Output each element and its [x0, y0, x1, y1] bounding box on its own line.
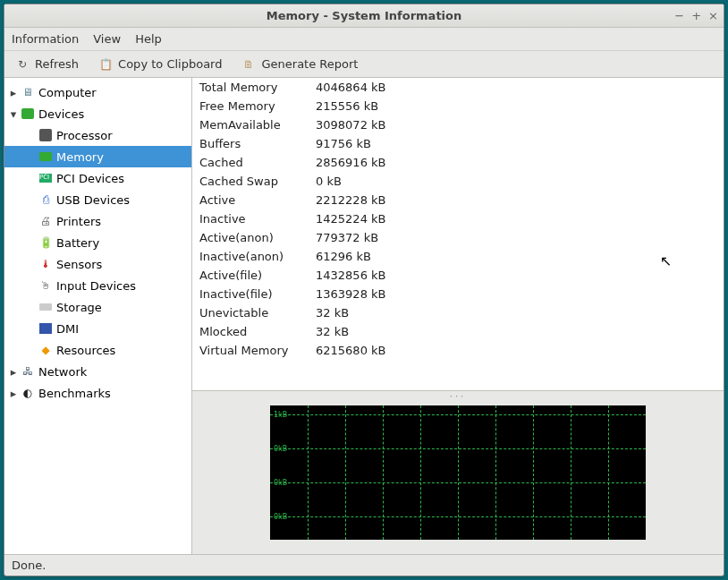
sidebar-item-printers[interactable]: 🖨 Printers [4, 210, 191, 232]
sidebar-item-processor[interactable]: Processor [4, 124, 191, 146]
sidebar-item-label: Devices [38, 107, 84, 121]
clipboard-icon: 📋 [98, 57, 113, 72]
memory-row-value[interactable]: 32 kB [309, 303, 724, 322]
copy-clipboard-button[interactable]: 📋 Copy to Clipboard [95, 55, 225, 73]
sidebar-item-usb[interactable]: ⎙ USB Devices [4, 189, 191, 210]
input-icon: 🖱 [38, 278, 53, 293]
statusbar: Done. [4, 554, 724, 576]
memory-row-value[interactable]: 91756 kB [309, 134, 724, 153]
sidebar-item-dmi[interactable]: DMI [4, 318, 191, 339]
sidebar-item-devices[interactable]: ▾ Devices [4, 103, 191, 124]
memory-row-value[interactable]: 2212228 kB [309, 191, 724, 209]
pci-icon: PCI [38, 171, 53, 185]
sidebar-item-label: Input Devices [56, 279, 136, 293]
memory-row-label[interactable]: Virtual Memory [192, 341, 309, 360]
splitter-handle[interactable]: ··· [450, 391, 467, 401]
sidebar-item-label: Storage [56, 301, 102, 314]
sidebar-item-label: Memory [56, 150, 104, 164]
sidebar-item-resources[interactable]: ◆ Resources [4, 339, 191, 361]
refresh-label: Refresh [35, 57, 79, 71]
content-split: ▸ 🖥 Computer ▾ Devices Processor Memory … [4, 78, 724, 554]
memory-row-label[interactable]: Cached Swap [192, 172, 309, 191]
close-button[interactable]: × [708, 9, 718, 22]
memory-row-value[interactable]: 2856916 kB [309, 153, 724, 172]
sidebar-item-benchmarks[interactable]: ▸ ◐ Benchmarks [4, 382, 191, 404]
sidebar[interactable]: ▸ 🖥 Computer ▾ Devices Processor Memory … [4, 78, 192, 554]
benchmarks-icon: ◐ [21, 386, 35, 400]
memory-row-value[interactable]: 1425224 kB [309, 209, 724, 228]
refresh-button[interactable]: ↻ Refresh [12, 55, 82, 73]
sidebar-item-input[interactable]: 🖱 Input Devices [4, 275, 191, 296]
chevron-right-icon[interactable]: ▸ [8, 86, 19, 99]
main-panel: Total Memory4046864 kBFree Memory215556 … [192, 78, 724, 554]
minimize-button[interactable]: − [674, 9, 684, 22]
sidebar-item-memory[interactable]: Memory [4, 146, 191, 167]
resources-icon: ◆ [38, 343, 53, 357]
memory-row-label[interactable]: MemAvailable [192, 115, 309, 134]
sidebar-item-label: USB Devices [56, 193, 130, 207]
generate-report-label: Generate Report [261, 57, 358, 71]
memory-row-value[interactable]: 779372 kB [309, 228, 724, 247]
memory-row-value[interactable]: 4046864 kB [309, 78, 724, 97]
memory-row-value[interactable]: 61296 kB [309, 247, 724, 266]
memory-row-label[interactable]: Inactive(file) [192, 285, 309, 303]
sidebar-item-network[interactable]: ▸ 🖧 Network [4, 361, 191, 382]
chart-panel: ··· 1kB0kB0kB0kB [192, 391, 724, 554]
sidebar-item-computer[interactable]: ▸ 🖥 Computer [4, 81, 191, 103]
memory-row-value[interactable]: 215556 kB [309, 97, 724, 115]
memory-row-value[interactable]: 1363928 kB [309, 285, 724, 303]
chart-ytick-label: 1kB [274, 411, 287, 419]
status-text: Done. [12, 559, 46, 572]
memory-table: Total Memory4046864 kBFree Memory215556 … [192, 78, 724, 360]
memory-row-value[interactable]: 32 kB [309, 322, 724, 341]
refresh-icon: ↻ [15, 57, 30, 72]
sidebar-item-battery[interactable]: 🔋 Battery [4, 232, 191, 253]
memory-row-label[interactable]: Mlocked [192, 322, 309, 341]
memory-row-label[interactable]: Active(anon) [192, 228, 309, 247]
memory-row-label[interactable]: Active(file) [192, 266, 309, 285]
memory-row-label[interactable]: Buffers [192, 134, 309, 153]
sidebar-item-label: Benchmarks [38, 387, 111, 400]
toolbar: ↻ Refresh 📋 Copy to Clipboard 🗎 Generate… [4, 51, 724, 78]
sidebar-item-label: Computer [38, 86, 97, 99]
memory-table-scroll[interactable]: Total Memory4046864 kBFree Memory215556 … [192, 78, 724, 391]
sidebar-item-label: Sensors [56, 258, 102, 271]
network-icon: 🖧 [21, 364, 35, 379]
menubar: Information View Help [4, 28, 724, 51]
menu-help[interactable]: Help [135, 32, 162, 46]
processor-icon [38, 128, 53, 142]
sidebar-item-label: PCI Devices [56, 172, 124, 185]
memory-row-label[interactable]: Cached [192, 153, 309, 172]
memory-row-label[interactable]: Total Memory [192, 78, 309, 97]
memory-row-value[interactable]: 3098072 kB [309, 115, 724, 134]
maximize-button[interactable]: + [691, 9, 701, 22]
titlebar[interactable]: Memory - System Information − + × [4, 4, 724, 28]
battery-icon: 🔋 [38, 235, 53, 250]
generate-report-button[interactable]: 🗎 Generate Report [238, 55, 361, 73]
chart-ytick-label: 0kB [274, 479, 287, 487]
sidebar-item-label: Processor [56, 129, 113, 142]
app-window: Memory - System Information − + × Inform… [4, 4, 724, 576]
devices-icon [21, 107, 35, 121]
chevron-right-icon[interactable]: ▸ [8, 365, 19, 379]
sidebar-item-storage[interactable]: Storage [4, 296, 191, 318]
sidebar-item-sensors[interactable]: 🌡 Sensors [4, 253, 191, 275]
menu-view[interactable]: View [93, 32, 121, 46]
memory-row-label[interactable]: Unevictable [192, 303, 309, 322]
sidebar-item-label: Network [38, 365, 87, 379]
memory-row-label[interactable]: Free Memory [192, 97, 309, 115]
sidebar-item-pci[interactable]: PCI PCI Devices [4, 167, 191, 189]
chevron-down-icon[interactable]: ▾ [8, 107, 19, 121]
memory-row-label[interactable]: Active [192, 191, 309, 209]
menu-information[interactable]: Information [12, 32, 79, 46]
memory-row-value[interactable]: 6215680 kB [309, 341, 724, 360]
memory-row-label[interactable]: Inactive(anon) [192, 247, 309, 266]
storage-icon [38, 300, 53, 314]
copy-clipboard-label: Copy to Clipboard [118, 57, 222, 71]
memory-row-label[interactable]: Inactive [192, 209, 309, 228]
window-title: Memory - System Information [267, 9, 462, 22]
memory-row-value[interactable]: 0 kB [309, 172, 724, 191]
chevron-right-icon[interactable]: ▸ [8, 387, 19, 400]
sidebar-item-label: DMI [56, 322, 79, 336]
memory-row-value[interactable]: 1432856 kB [309, 266, 724, 285]
